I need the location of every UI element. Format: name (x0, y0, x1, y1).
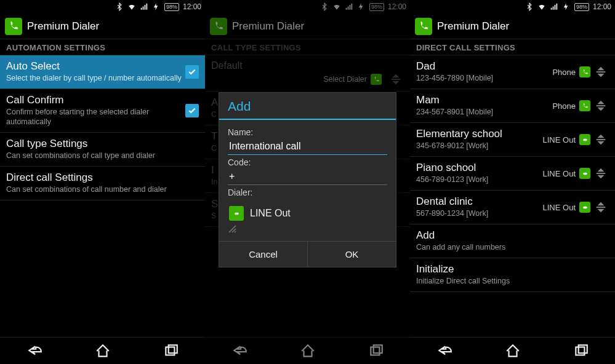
setting-title: Call Confirm (6, 94, 185, 106)
charging-icon (357, 2, 366, 11)
checkbox-checked[interactable] (185, 104, 199, 117)
setting-title: Call type Settings (6, 138, 199, 150)
status-bar: 98% 12:00 (0, 0, 205, 14)
name-label: Name: (228, 127, 387, 137)
app-icon (415, 18, 432, 35)
add-item[interactable]: AddCan add any call numbers (410, 224, 615, 258)
dialer-select[interactable]: LINE Out (228, 200, 387, 224)
dialog-title: Add (219, 93, 396, 120)
setting-call-confirm[interactable]: Call Confirm Confirm before starting the… (0, 89, 205, 133)
charging-icon (562, 2, 571, 11)
add-dialog: Add Name: Code: Dialer: LINE Out Cancel … (219, 92, 396, 267)
home-icon[interactable] (505, 343, 521, 359)
bluetooth-icon (115, 2, 124, 11)
setting-subtitle: Can set combinations of call type and di… (6, 151, 199, 161)
charging-icon (152, 2, 161, 11)
settings-list: Auto Select Select the dialer by call ty… (0, 55, 205, 337)
svg-rect-4 (371, 347, 379, 355)
code-input[interactable] (228, 168, 387, 185)
svg-rect-10 (583, 172, 587, 175)
dialer-label: Dialer: (228, 188, 387, 197)
clock: 12:00 (183, 2, 201, 11)
cancel-button[interactable]: Cancel (219, 242, 307, 267)
call-type-default[interactable]: Default Select Dialer (205, 55, 410, 92)
svg-rect-6 (597, 71, 606, 73)
nav-bar (410, 337, 615, 364)
setting-auto-select[interactable]: Auto Select Select the dialer by call ty… (0, 55, 205, 89)
line-out-icon (579, 168, 590, 179)
screen-call-type-settings: 98% 12:00 Premium Dialer CALL TYPE SETTI… (205, 0, 410, 364)
checkbox-checked[interactable] (185, 65, 199, 79)
sort-icon[interactable] (593, 200, 609, 214)
recent-icon[interactable] (368, 343, 384, 359)
section-header: AUTOMATION SETTINGS (0, 39, 205, 55)
signal-icon (140, 2, 148, 11)
svg-rect-12 (583, 206, 587, 208)
screen-direct-call-settings: 98% 12:00 Premium Dialer DIRECT CALL SET… (410, 0, 615, 364)
contact-item[interactable]: Mam234-567-8901 [Mobile]Phone (410, 89, 615, 123)
setting-subtitle: Select the dialer by call type / number … (6, 74, 185, 84)
contact-number: 123-456-7890 [Mobile] (416, 74, 549, 84)
sort-icon[interactable] (388, 73, 404, 86)
app-icon (5, 18, 22, 35)
contact-item[interactable]: Dad123-456-7890 [Mobile]Phone (410, 55, 615, 89)
sort-icon[interactable] (593, 167, 609, 180)
contact-name: Piano school (416, 162, 539, 174)
recent-icon[interactable] (573, 343, 589, 359)
sort-icon[interactable] (593, 99, 609, 113)
nav-bar (0, 337, 205, 364)
setting-title: Direct call Settings (6, 172, 199, 184)
dialer-label: LINE Out (543, 135, 576, 144)
svg-rect-1 (168, 345, 177, 353)
signal-icon (550, 2, 558, 11)
dialer-label: LINE Out (543, 203, 576, 212)
contact-item[interactable]: Elementary school345-678-9012 [Work]LINE… (410, 123, 615, 157)
svg-rect-0 (166, 347, 174, 355)
section-header: DIRECT CALL SETTINGS (410, 39, 615, 55)
battery-level: 98% (164, 3, 179, 11)
contact-number: 456-789-0123 [Work] (416, 175, 539, 185)
home-icon[interactable] (95, 343, 111, 359)
contact-item[interactable]: Dental clinic567-890-1234 [Work]LINE Out (410, 191, 615, 224)
wifi-icon (537, 2, 546, 11)
svg-rect-11 (597, 173, 606, 174)
sort-icon[interactable] (593, 133, 609, 146)
title-bar: Premium Dialer (410, 14, 615, 39)
setting-subtitle: Can set combinations of call number and … (6, 185, 199, 195)
phone-icon (579, 100, 590, 111)
svg-rect-3 (235, 212, 238, 215)
contact-item[interactable]: Piano school456-789-0123 [Work]LINE Out (410, 157, 615, 191)
app-title: Premium Dialer (232, 20, 304, 33)
back-icon[interactable] (436, 343, 452, 359)
item-title: Default (211, 60, 243, 71)
contact-name: Dad (416, 60, 549, 73)
contact-name: Elementary school (416, 128, 539, 140)
svg-rect-14 (576, 347, 584, 355)
svg-rect-9 (597, 139, 606, 140)
title-bar: Premium Dialer (205, 14, 410, 39)
item-subtitle: Initialize Direct call Settings (416, 277, 609, 287)
title-bar: Premium Dialer (0, 14, 205, 39)
item-title: Add (416, 229, 609, 242)
code-label: Code: (228, 157, 387, 167)
ok-button[interactable]: OK (307, 242, 396, 267)
sort-icon[interactable] (593, 65, 609, 79)
setting-title: Auto Select (6, 60, 185, 73)
back-icon[interactable] (26, 343, 42, 359)
phone-icon (579, 66, 590, 77)
recent-icon[interactable] (163, 343, 179, 359)
app-icon (210, 18, 227, 35)
wifi-icon (332, 2, 341, 11)
home-icon[interactable] (300, 343, 316, 359)
svg-rect-7 (597, 105, 606, 106)
resize-handle-icon[interactable] (228, 224, 236, 233)
name-input[interactable] (228, 138, 387, 155)
line-out-icon (579, 134, 590, 145)
dialer-label: Phone (552, 101, 576, 111)
setting-direct-call[interactable]: Direct call Settings Can set combination… (0, 167, 205, 200)
svg-rect-2 (392, 79, 401, 80)
setting-call-type[interactable]: Call type Settings Can set combinations … (0, 133, 205, 167)
dialer-name: LINE Out (250, 208, 291, 219)
initialize-item[interactable]: InitializeInitialize Direct call Setting… (410, 258, 615, 292)
back-icon[interactable] (231, 343, 247, 359)
